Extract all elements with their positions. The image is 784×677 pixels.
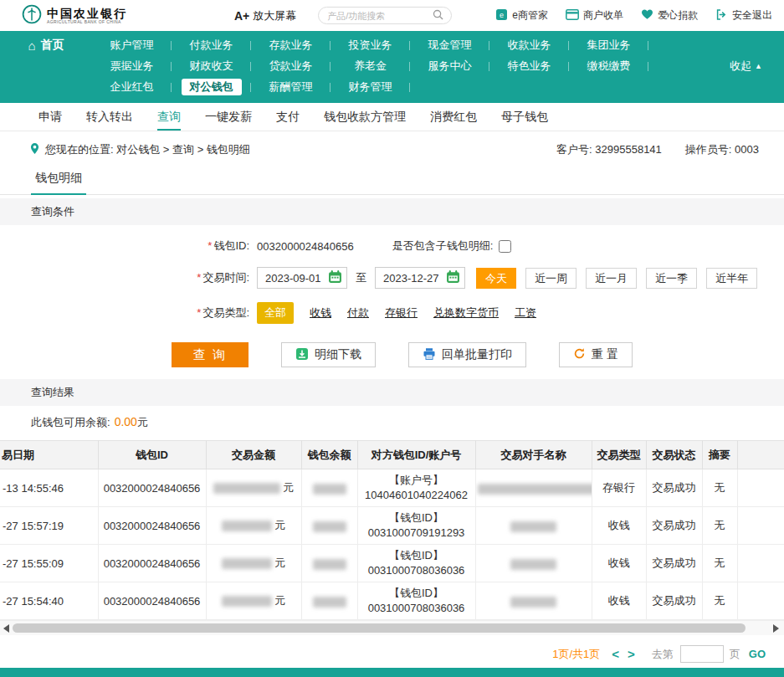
horizontal-scrollbar[interactable] (0, 620, 784, 635)
main-nav-item[interactable]: 服务中心 (410, 57, 489, 75)
subnav-item-payroll[interactable]: 一键发薪 (205, 103, 252, 131)
balance-label: 此钱包可用余额: (31, 415, 110, 430)
top-link-label: 商户收单 (583, 8, 623, 23)
subnav-item-transfer[interactable]: 转入转出 (86, 103, 133, 131)
logout-icon (715, 8, 728, 23)
main-nav-item[interactable]: 特色业务 (489, 57, 569, 75)
bottom-green-strip (0, 668, 784, 677)
go-button[interactable]: GO (749, 648, 766, 660)
merchant-card-icon (566, 9, 579, 23)
date-from-field[interactable]: 2023-09-01 (257, 267, 347, 289)
subnav-item-pay[interactable]: 支付 (276, 103, 300, 131)
main-nav-item[interactable]: 企业红包 (92, 78, 172, 96)
type-option-receive[interactable]: 收钱 (310, 305, 331, 321)
prev-page-icon[interactable]: < (612, 647, 619, 661)
calendar-to-icon[interactable] (446, 269, 460, 286)
bank-logo-icon (22, 4, 42, 28)
main-nav-item-active[interactable]: 对公钱包 (172, 78, 251, 96)
table-row[interactable]: -27 15:54:40 0032000024840656 元 【钱包ID】 0… (0, 582, 784, 620)
top-link-label: 爱心捐款 (658, 8, 698, 23)
nav-menu-grid: 账户管理 付款业务 存款业务 投资业务 现金管理 收款业务 集团业务 票据业务 … (92, 36, 648, 96)
main-nav-item[interactable]: 现金管理 (410, 36, 489, 54)
subnav-item-apply[interactable]: 申请 (38, 103, 62, 131)
top-header: 中国农业银行 AGRICULTURAL BANK OF CHINA A+ 放大屏… (0, 0, 784, 28)
search-input[interactable] (327, 11, 433, 21)
main-nav-item[interactable]: 养老金 (331, 57, 410, 75)
main-nav-item[interactable]: 缴税缴费 (569, 57, 648, 75)
top-link-donation[interactable]: 爱心捐款 (641, 8, 698, 23)
customer-number: 客户号: 32995558141 (556, 142, 662, 157)
goto-page-label: 去第 (652, 647, 674, 662)
cell-summary: 无 (702, 507, 737, 545)
search-icon[interactable] (433, 8, 443, 23)
range-button-halfyear[interactable]: 近半年 (706, 268, 757, 289)
main-nav-item[interactable]: 财务管理 (331, 78, 410, 96)
top-link-logout[interactable]: 安全退出 (715, 8, 772, 23)
include-sub-wallet-checkbox[interactable] (499, 240, 511, 253)
breadcrumb: 您现在的位置: 对公钱包 > 查询 > 钱包明细 (45, 142, 250, 157)
top-link-e-merchant[interactable]: e e商管家 (495, 8, 548, 23)
tab-row: 钱包明细 (0, 167, 784, 195)
query-button[interactable]: 查 询 (172, 342, 249, 367)
main-nav-item[interactable]: 存款业务 (251, 36, 331, 54)
cell-summary: 无 (702, 545, 737, 582)
subnav-item-query-active[interactable]: 查询 (157, 103, 181, 131)
main-nav-item[interactable]: 票据业务 (92, 57, 172, 75)
query-results-header: 查询结果 (0, 379, 784, 406)
redacted-amount (213, 483, 280, 494)
main-nav-item[interactable]: 付款业务 (172, 36, 251, 54)
col-header-balance: 钱包余额 (301, 441, 357, 469)
type-option-pay[interactable]: 付款 (347, 305, 369, 321)
col-header-date: 易日期 (0, 441, 98, 469)
redacted-name (478, 484, 592, 495)
zoom-prefix: A+ (234, 9, 249, 23)
batch-print-receipt-button[interactable]: 回单批量打印 (408, 342, 526, 367)
subnav-item-payee-mgmt[interactable]: 钱包收款方管理 (324, 103, 406, 131)
redacted-name (510, 521, 556, 532)
top-link-merchant-acquiring[interactable]: 商户收单 (566, 8, 623, 23)
main-nav-item[interactable]: 财政收支 (172, 57, 251, 75)
next-page-icon[interactable]: > (628, 647, 635, 661)
type-option-all-active[interactable]: 全部 (257, 302, 294, 324)
range-button-quarter[interactable]: 近一季 (646, 268, 697, 289)
redacted-balance (313, 521, 346, 532)
main-nav-item[interactable]: 贷款业务 (251, 57, 331, 75)
type-option-salary[interactable]: 工资 (515, 305, 536, 321)
scrollbar-left-icon[interactable] (3, 624, 9, 633)
main-nav-item[interactable]: 薪酬管理 (251, 78, 331, 96)
cell-datetime: -27 15:54:40 (0, 582, 98, 620)
top-link-label: e商管家 (512, 8, 548, 23)
query-conditions-header: 查询条件 (0, 198, 784, 225)
reset-button[interactable]: 重 置 (559, 342, 633, 367)
range-button-today[interactable]: 今天 (476, 268, 516, 289)
horizontal-scrollbar-thumb[interactable] (13, 623, 746, 633)
subnav-item-subwallet[interactable]: 母子钱包 (501, 103, 548, 131)
main-nav-item[interactable]: 集团业务 (569, 36, 648, 54)
download-detail-button[interactable]: 明细下载 (281, 342, 376, 367)
scrollbar-right-icon[interactable] (773, 624, 779, 633)
type-option-exchange[interactable]: 兑换数字货币 (433, 305, 499, 321)
tab-wallet-detail[interactable]: 钱包明细 (31, 167, 86, 195)
svg-text:e: e (500, 11, 504, 19)
main-nav-item[interactable]: 账户管理 (92, 36, 172, 54)
required-mark: * (197, 271, 201, 284)
type-option-deposit[interactable]: 存银行 (385, 305, 418, 321)
range-button-week[interactable]: 近一周 (525, 268, 576, 289)
nav-home[interactable]: ⌂ 首页 (0, 36, 92, 96)
cell-amount: 元 (206, 507, 301, 545)
calendar-from-icon[interactable] (328, 269, 342, 286)
goto-page-input[interactable] (680, 645, 724, 663)
zoom-screen-control[interactable]: A+ 放大屏幕 (234, 8, 296, 23)
cell-counterparty-name (475, 582, 592, 620)
table-row[interactable]: -27 15:55:09 0032000024840656 元 【钱包ID】 0… (0, 545, 784, 582)
subnav-item-redpacket[interactable]: 消费红包 (430, 103, 477, 131)
range-button-month[interactable]: 近一月 (586, 268, 637, 289)
table-row[interactable]: -13 14:55:46 0032000024840656 元 【账户号】 10… (0, 469, 784, 507)
main-nav-item[interactable]: 收款业务 (489, 36, 569, 54)
product-search-box[interactable] (318, 7, 452, 24)
date-to-field[interactable]: 2023-12-27 (375, 267, 465, 289)
e-merchant-icon: e (495, 8, 508, 23)
main-nav-item[interactable]: 投资业务 (331, 36, 410, 54)
table-row[interactable]: -27 15:57:19 0032000024840656 元 【钱包ID】 0… (0, 507, 784, 545)
nav-collapse-button[interactable]: 收起 ▲ (730, 59, 784, 74)
